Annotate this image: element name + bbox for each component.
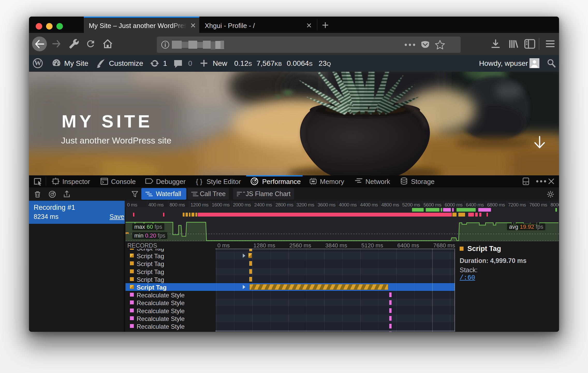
svg-text:W: W xyxy=(34,59,41,67)
svg-text:Just another WordPress site: Just another WordPress site xyxy=(61,135,171,145)
svg-text:MY SITE: MY SITE xyxy=(62,111,153,131)
